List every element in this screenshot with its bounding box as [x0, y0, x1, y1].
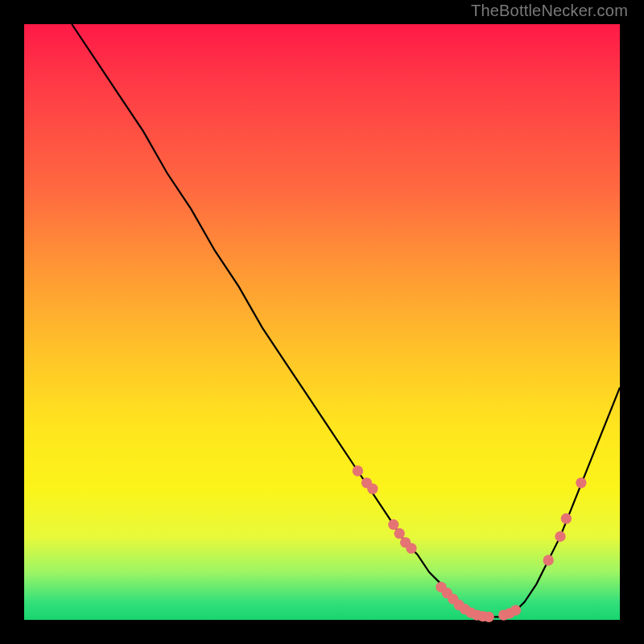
chart-frame: TheBottleNecker.com — [0, 0, 644, 644]
curve-marker — [367, 484, 378, 494]
curve-marker — [576, 477, 586, 488]
curve-marker — [394, 528, 405, 539]
curve-marker — [510, 605, 521, 616]
curve-marker — [388, 519, 398, 530]
curve-markers — [353, 465, 587, 622]
curve-marker — [543, 555, 554, 565]
curve-marker — [406, 543, 416, 554]
bottleneck-curve — [72, 24, 620, 617]
attribution-text: TheBottleNecker.com — [471, 2, 628, 20]
curve-marker — [561, 514, 572, 524]
chart-svg — [24, 24, 620, 620]
curve-marker — [484, 612, 494, 622]
curve-marker — [353, 465, 363, 476]
plot-area — [24, 24, 620, 620]
curve-marker — [555, 531, 565, 542]
